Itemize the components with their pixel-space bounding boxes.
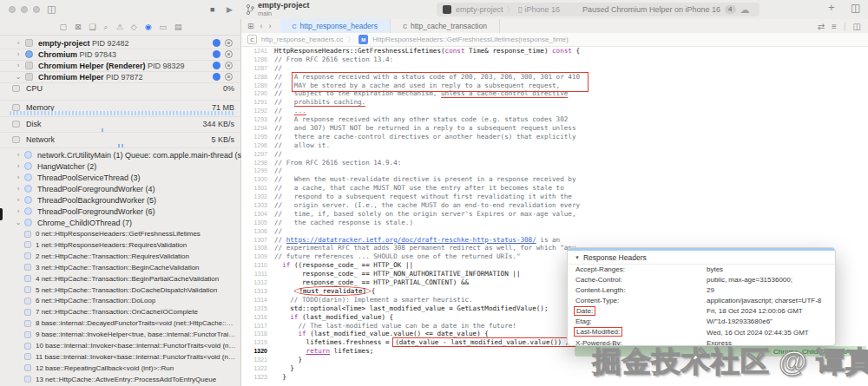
disclosure-triangle-icon[interactable]: ⌄ [15, 219, 22, 226]
stack-frame-row[interactable]: 12 base::RepeatingCallback<void (int)>::… [0, 363, 241, 374]
pause-badge-icon[interactable] [213, 62, 220, 69]
disclosure-triangle-icon[interactable]: ⌄ [15, 73, 22, 81]
tests-icon[interactable]: ◇ [131, 23, 137, 31]
line-number[interactable]: 1290 [241, 89, 267, 98]
find-icon[interactable]: ⌕ [104, 23, 108, 31]
breakpoints-icon[interactable]: ▭ [160, 23, 168, 31]
profile-badge-icon[interactable] [225, 39, 233, 47]
stack-frame-row[interactable]: 13 net::HttpCache::ActiveEntry::ProcessA… [0, 374, 241, 385]
gauge-row-disk[interactable]: Disk344 KB/s [0, 118, 241, 129]
line-number[interactable]: 1318 [241, 330, 267, 338]
zoom-window-button[interactable] [33, 6, 40, 13]
bookmarks-icon[interactable]: ❑ [89, 23, 96, 31]
code-line[interactable]: 1294// and 307) MUST NOT be returned in … [241, 124, 868, 133]
line-number[interactable]: 1241 [241, 47, 267, 56]
run-destination[interactable]: iPhone 16 [524, 5, 560, 14]
code-line[interactable]: 1307// https://datatracker.ietf.org/doc/… [241, 236, 868, 245]
add-split-icon[interactable]: ◫ [853, 22, 861, 31]
toggle-navigator-icon[interactable]: ◫ [47, 4, 56, 14]
code-line[interactable]: 1241HttpResponseHeaders::GetFreshnessLif… [241, 47, 868, 56]
line-number[interactable]: 1311 [241, 270, 267, 278]
thread-row[interactable]: ›ThreadPoolBackgroundWorker (5) [0, 194, 241, 206]
code-line[interactable]: 1290// subject to the expiration mechani… [241, 89, 868, 98]
line-number[interactable]: 1323 [241, 373, 267, 382]
pause-badge-icon[interactable] [213, 39, 220, 47]
thread-row[interactable]: ›ThreadPoolForegroundWorker (6) [0, 206, 241, 217]
process-row[interactable]: ⌄Chromium Helper PID 97872 [0, 71, 241, 83]
process-row[interactable]: ›Chromium PID 97843 [0, 49, 241, 61]
stack-frame-row[interactable]: 1 net::HttpResponseHeaders::RequiresVali… [0, 239, 241, 251]
line-number[interactable]: 1313 [241, 287, 267, 296]
stack-frame-row[interactable]: 10 base::internal::Invoker<base::interna… [0, 340, 241, 351]
code-line[interactable]: 1302// respond to a subsequent request w… [241, 193, 868, 201]
line-number[interactable]: 1322 [241, 364, 267, 373]
line-number[interactable]: 1309 [241, 252, 267, 261]
project-navigator-icon[interactable]: ▢ [59, 23, 67, 31]
stack-frame-row[interactable]: 0 net::HttpResponseHeaders::GetFreshness… [0, 228, 241, 239]
disclosure-triangle-icon[interactable]: › [15, 39, 22, 47]
code-line[interactable]: 1297// [241, 150, 868, 159]
line-number[interactable]: 1291 [241, 98, 267, 107]
disclosure-triangle-icon[interactable]: › [15, 50, 22, 58]
line-number[interactable]: 1317 [241, 322, 267, 330]
code-line[interactable]: 1305// the cached response is stale.) [241, 219, 868, 227]
code-line[interactable]: 1291// prohibits caching. [241, 98, 868, 107]
code-line[interactable]: 1293// A response received with any othe… [241, 115, 868, 124]
stack-frame-row[interactable]: 8 base::internal::DecayedFunctorTraits<v… [0, 317, 241, 329]
code-line[interactable]: 1288// A response received with a status… [241, 73, 868, 82]
related-items-icon[interactable]: ⊞ [247, 22, 254, 30]
line-number[interactable]: 1308 [241, 244, 267, 252]
jumpbar-symbol[interactable]: HttpResponseHeaders::GetFreshnessLifetim… [372, 36, 568, 43]
close-window-button[interactable] [9, 6, 16, 13]
thread-row[interactable]: ⌄Chrome_ChildIOThread (7) [0, 217, 241, 228]
line-number[interactable]: 1289 [241, 82, 267, 90]
profile-badge-icon[interactable] [225, 62, 233, 69]
line-number[interactable]: 1305 [241, 219, 267, 227]
line-number[interactable]: 1316 [241, 313, 267, 322]
thread-row[interactable]: ›ThreadPoolServiceThread (3) [0, 172, 241, 183]
reports-icon[interactable]: ▤ [174, 23, 182, 31]
issue-count-badge[interactable]: 4 [725, 5, 735, 14]
code-line[interactable]: 1287// [241, 64, 868, 73]
line-number[interactable]: 1319 [241, 338, 267, 347]
stop-button[interactable]: ■ [210, 5, 214, 15]
thread-row[interactable]: ›network.CrUtilityMain (1) Queue: com.ap… [0, 149, 241, 160]
thread-row[interactable]: ›HangWatcher (2) [0, 160, 241, 172]
line-number[interactable]: 1301 [241, 184, 267, 193]
code-line[interactable]: 1295// there are cache-control directive… [241, 133, 868, 141]
line-number[interactable]: 1298 [241, 159, 267, 167]
code-line[interactable]: 1300// When the must-revalidate directiv… [241, 175, 868, 184]
profile-badge-icon[interactable] [225, 50, 233, 58]
line-number[interactable]: 1321 [241, 356, 267, 364]
popup-header[interactable]: ▼ Response Headers [568, 251, 835, 265]
activity-view[interactable]: empty-project 〉 ▯ iPhone 16 Paused Chrom… [437, 3, 760, 16]
line-number[interactable]: 1303 [241, 201, 267, 210]
line-number[interactable]: 1295 [241, 133, 267, 141]
pause-badge-icon[interactable] [213, 73, 220, 81]
code-review-icon[interactable]: ⇄ [818, 22, 825, 31]
tab-http_response_headers[interactable]: Chttp_response_headers [280, 19, 391, 33]
gauge-row-cpu[interactable]: CPU0% [0, 82, 241, 94]
line-number[interactable]: 1302 [241, 193, 267, 201]
stack-frame-row[interactable]: 11 base::internal::Invoker<base::interna… [0, 351, 241, 363]
line-number[interactable]: 1299 [241, 167, 267, 175]
line-number[interactable]: 1310 [241, 261, 267, 270]
code-line[interactable]: 1292// ... [241, 107, 868, 115]
tab-http_cache_transaction[interactable]: Chttp_cache_transaction [391, 19, 500, 33]
disclosure-triangle-icon[interactable]: › [15, 207, 22, 215]
issues-icon[interactable]: ⚠ [116, 23, 123, 31]
line-number[interactable]: 1296 [241, 141, 267, 150]
code-line[interactable]: 1301// a cache, that cache MUST NOT use … [241, 184, 868, 193]
disclosure-triangle-icon[interactable]: › [15, 173, 22, 181]
line-number[interactable]: 1300 [241, 175, 267, 184]
disclosure-triangle-icon[interactable]: › [15, 185, 22, 193]
stack-frame-row[interactable]: 4 net::HttpCache::Transaction::BeginPart… [0, 273, 241, 285]
code-line[interactable]: 1298// From RFC 2616 section 14.9.4: [241, 159, 868, 167]
line-number[interactable]: 1315 [241, 304, 267, 313]
line-number[interactable]: 1320 [241, 347, 267, 356]
stack-frame-row[interactable]: 7 net::HttpCache::Transaction::OnCacheIO… [0, 306, 241, 317]
line-number[interactable]: 1312 [241, 278, 267, 287]
line-number[interactable]: 1292 [241, 107, 267, 115]
pause-badge-icon[interactable] [213, 50, 220, 58]
process-row[interactable]: ›empty-project PID 92482 [0, 37, 241, 49]
